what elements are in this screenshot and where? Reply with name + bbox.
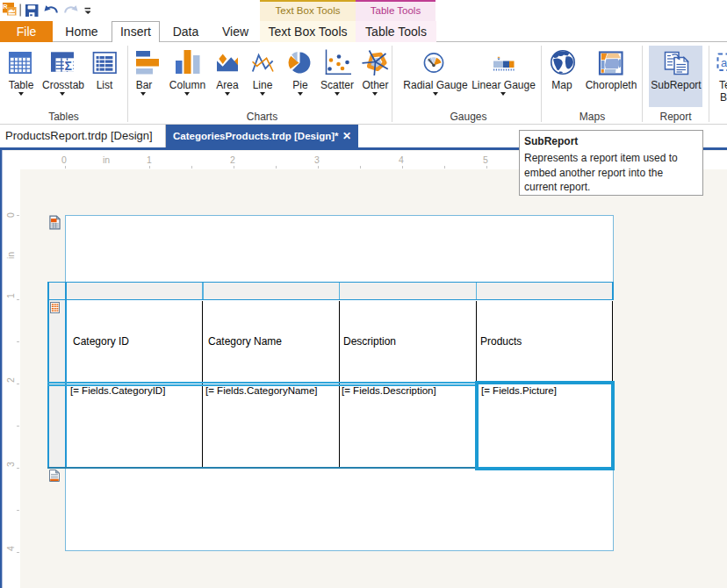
svg-text:a: a [721,56,727,69]
svg-text:Σ: Σ [65,59,72,73]
